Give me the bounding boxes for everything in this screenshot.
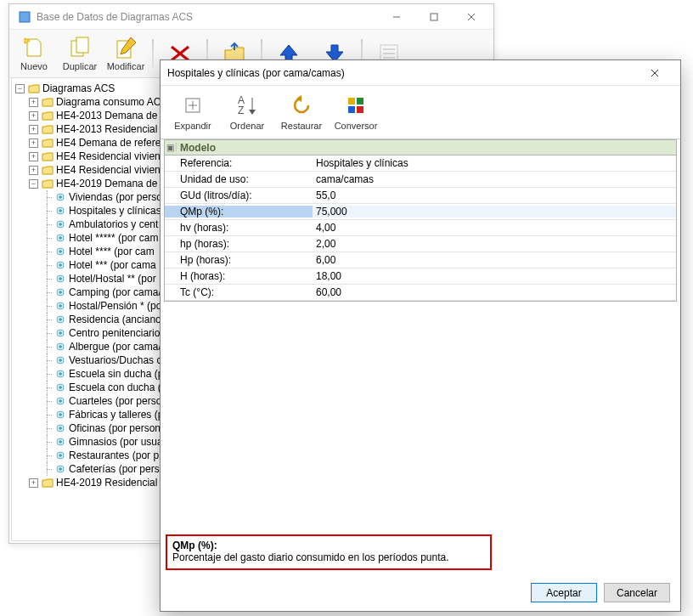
expand-icon[interactable]: +: [29, 166, 38, 175]
svg-point-48: [59, 399, 62, 403]
restaurar-button[interactable]: Restaurar: [274, 89, 329, 135]
property-label: hp (horas):: [165, 238, 313, 250]
app-icon: [18, 10, 31, 24]
expand-icon[interactable]: +: [29, 478, 38, 488]
property-value[interactable]: 6,00: [313, 254, 676, 266]
duplicar-label: Duplicar: [63, 61, 97, 71]
minimize-button[interactable]: [378, 5, 415, 29]
tree-label: Hotel/Hostal ** (por: [69, 272, 156, 285]
tree-label: Diagramas ACS: [42, 82, 115, 95]
dialog-close-button[interactable]: [636, 61, 673, 85]
collapse-icon[interactable]: −: [29, 179, 38, 189]
tree-line: [42, 449, 52, 462]
tree-label: Hotel *** (por cama: [69, 258, 156, 272]
maximize-button[interactable]: [415, 5, 453, 29]
item-icon: [55, 206, 65, 216]
expand-icon[interactable]: +: [29, 111, 38, 121]
svg-point-52: [59, 427, 62, 430]
main-window-title: Base de Datos de Diagramas ACS: [37, 11, 378, 23]
tree-label: Vestuarios/Duchas c: [69, 353, 161, 367]
property-row[interactable]: Referencia:Hospitales y clínicas: [165, 155, 676, 172]
tree-line: [42, 353, 52, 367]
item-icon: [55, 410, 65, 420]
svg-rect-7: [76, 37, 88, 53]
property-row[interactable]: hv (horas):4,00: [165, 220, 676, 236]
svg-point-28: [59, 263, 62, 267]
ordenar-button[interactable]: AZ Ordenar: [220, 89, 274, 135]
property-value[interactable]: 75,000: [313, 206, 676, 218]
svg-rect-72: [357, 106, 363, 113]
folder-icon: [28, 83, 40, 93]
tree-label: Diagrama consumo ACS: [56, 95, 167, 109]
folder-icon: [42, 178, 54, 189]
cancel-button[interactable]: Cancelar: [604, 583, 670, 602]
modificar-label: Modificar: [107, 61, 145, 71]
collapse-icon[interactable]: ▣: [165, 143, 177, 152]
accept-button[interactable]: Aceptar: [531, 583, 597, 602]
property-value[interactable]: 18,00: [313, 270, 676, 282]
tree-label: Fábricas y talleres (p: [69, 408, 163, 421]
tree-line: [42, 394, 52, 408]
folder-icon: [42, 478, 54, 488]
tree-line: [42, 204, 52, 218]
expand-icon[interactable]: +: [29, 125, 38, 134]
tree-label: HE4 Residencial vivienda: [56, 150, 172, 163]
tree-line: [42, 381, 52, 394]
property-label: H (horas):: [165, 270, 313, 282]
item-icon: [55, 328, 65, 338]
expand-icon: [181, 93, 205, 117]
property-row[interactable]: H (horas):18,00: [165, 268, 676, 285]
property-row[interactable]: QMp (%):75,000: [165, 204, 676, 220]
conversor-button[interactable]: Conversor: [329, 89, 383, 135]
expandir-button[interactable]: Expandir: [166, 89, 220, 135]
collapse-icon[interactable]: −: [15, 84, 25, 93]
tree-label: HE4-2019 Residencial vi: [56, 476, 167, 489]
item-icon: [55, 396, 65, 406]
duplicar-button[interactable]: Duplicar: [58, 32, 102, 75]
close-button[interactable]: [453, 5, 490, 29]
tree-line: [42, 462, 52, 476]
expandir-label: Expandir: [174, 121, 211, 131]
folder-icon: [42, 110, 54, 121]
property-value[interactable]: 4,00: [313, 222, 676, 234]
expand-icon[interactable]: +: [29, 138, 38, 148]
property-row[interactable]: Hp (horas):6,00: [165, 252, 676, 268]
grid-group-header[interactable]: ▣ Modelo: [165, 140, 676, 155]
expand-icon[interactable]: +: [29, 98, 38, 107]
expand-icon[interactable]: +: [29, 152, 38, 161]
main-titlebar: Base de Datos de Diagramas ACS: [9, 4, 493, 30]
property-label: Tc (°C):: [165, 286, 313, 298]
property-value[interactable]: Hospitales y clínicas: [313, 157, 676, 169]
property-row[interactable]: GUd (litros/día):55,0: [165, 188, 676, 204]
svg-point-44: [59, 372, 62, 376]
tree-label: Camping (por cama/: [69, 285, 161, 299]
item-icon: [55, 314, 65, 325]
property-value[interactable]: cama/camas: [313, 173, 676, 185]
dialog-titlebar: Hospitales y clínicas (por cama/camas): [161, 60, 680, 86]
property-label: QMp (%):: [165, 206, 313, 218]
property-row[interactable]: Unidad de uso:cama/camas: [165, 172, 676, 188]
property-label: hv (horas):: [165, 222, 313, 234]
tree-label: Escuela con ducha (: [69, 381, 161, 394]
converter-icon: [344, 93, 368, 117]
accept-label: Aceptar: [546, 587, 581, 599]
item-icon: [55, 369, 65, 379]
property-row[interactable]: Tc (°C):60,00: [165, 285, 676, 301]
tree-label: Hotel **** (por cam: [69, 245, 155, 258]
modificar-button[interactable]: Modificar: [104, 32, 148, 75]
item-icon: [55, 274, 65, 284]
property-row[interactable]: hp (horas):2,00: [165, 236, 676, 252]
property-value[interactable]: 60,00: [313, 286, 676, 298]
restaurar-label: Restaurar: [281, 121, 322, 131]
property-value[interactable]: 2,00: [313, 238, 676, 250]
description-title: QMp (%):: [172, 540, 485, 551]
cancel-label: Cancelar: [617, 587, 657, 599]
dialog-toolbar: Expandir AZ Ordenar Restaurar Conversor: [161, 86, 680, 139]
svg-point-18: [59, 195, 62, 199]
tree-line: [42, 326, 52, 340]
svg-rect-71: [348, 106, 355, 113]
nuevo-button[interactable]: Nuevo: [12, 32, 56, 75]
property-value[interactable]: 55,0: [313, 189, 676, 201]
description-box: QMp (%): Porcentaje del gasto diario con…: [166, 534, 492, 570]
svg-point-36: [59, 318, 62, 321]
